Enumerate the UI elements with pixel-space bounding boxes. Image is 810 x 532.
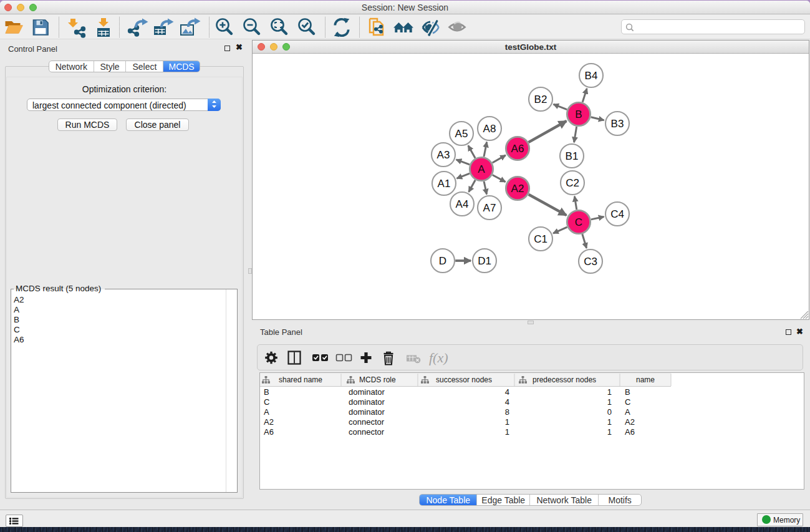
svg-text:A4: A4	[456, 198, 469, 210]
svg-text:C: C	[575, 216, 582, 228]
svg-text:C4: C4	[610, 208, 624, 220]
svg-text:B4: B4	[585, 70, 598, 82]
svg-text:C3: C3	[584, 256, 597, 268]
svg-text:A5: A5	[455, 128, 468, 140]
svg-text:C1: C1	[534, 233, 547, 245]
svg-text:B: B	[575, 109, 582, 120]
svg-text:D1: D1	[478, 255, 491, 267]
svg-text:A: A	[478, 163, 485, 175]
svg-text:f(x): f(x)	[429, 350, 448, 365]
svg-text:A8: A8	[483, 123, 496, 135]
svg-text:A7: A7	[483, 202, 496, 214]
svg-text:B3: B3	[611, 118, 624, 130]
svg-text:B1: B1	[566, 150, 579, 162]
svg-text:A6: A6	[511, 143, 524, 155]
svg-text:D: D	[439, 255, 446, 267]
svg-text:A1: A1	[438, 178, 451, 190]
svg-text:A3: A3	[437, 149, 450, 161]
svg-text:C2: C2	[566, 177, 579, 189]
svg-text:B2: B2	[534, 94, 547, 105]
svg-text:A2: A2	[511, 183, 524, 195]
